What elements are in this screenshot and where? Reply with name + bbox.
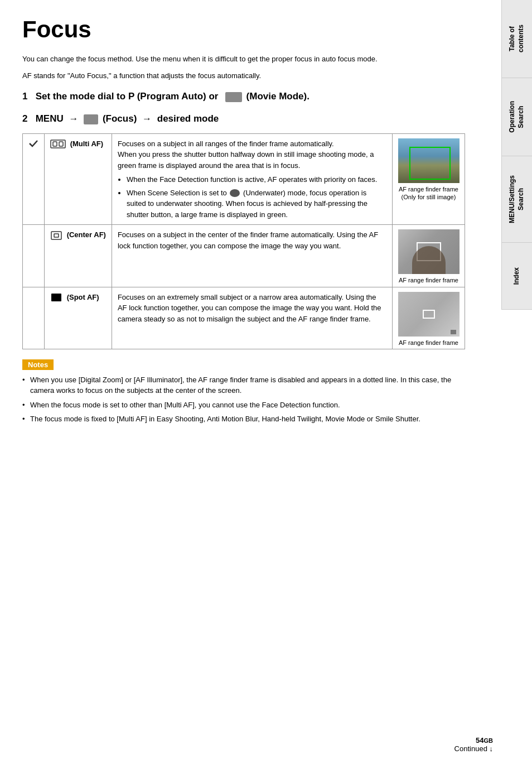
step1-heading: 1 Set the mode dial to P (Program Auto) …	[22, 90, 465, 103]
step2-number: 2	[22, 113, 27, 124]
sidebar-tab-operation[interactable]: OperationSearch	[501, 78, 532, 156]
spot-af-icon	[50, 292, 62, 303]
step2-arrow2: →	[142, 113, 152, 124]
step2-heading: 2 MENU → (Focus) → desired mode	[22, 112, 465, 126]
intro-line1: You can change the focus method. Use the…	[22, 54, 465, 65]
svg-rect-5	[51, 294, 61, 301]
table-row: (Spot AF) Focuses on an extremely small …	[23, 287, 465, 349]
multi-af-image	[398, 138, 460, 183]
checkmark-icon	[28, 138, 38, 148]
svg-rect-1	[53, 142, 57, 146]
multi-af-bullet1: When the Face Detection function is acti…	[127, 174, 386, 185]
step1-number: 1	[22, 91, 27, 102]
spot-af-image-cell: AF range finder frame	[393, 287, 465, 349]
page-footer: 54GB Continued ↓	[454, 736, 493, 753]
table-row: (Multi AF) Focuses on a subject in all r…	[23, 133, 465, 225]
operation-tab-label: OperationSearch	[504, 94, 530, 140]
page-number: 54GB	[476, 736, 493, 744]
svg-rect-4	[54, 234, 59, 237]
check-cell-center	[23, 225, 45, 287]
svg-rect-2	[59, 142, 63, 146]
continued-indicator: Continued ↓	[454, 744, 493, 753]
spot-af-label: (Spot AF)	[67, 293, 99, 301]
sidebar-tab-toc[interactable]: Table ofcontents	[501, 0, 532, 78]
page-title: Focus	[22, 17, 465, 42]
focus-table: (Multi AF) Focuses on a subject in all r…	[22, 133, 465, 349]
menu-tab-label: MENU/SettingsSearch	[504, 169, 530, 230]
check-cell-multi	[23, 133, 45, 225]
note-item-2: When the focus mode is set to other than…	[22, 400, 465, 411]
underwater-mode-icon	[230, 189, 240, 197]
multi-af-icon	[50, 138, 66, 150]
step2-arrow1: →	[69, 113, 78, 124]
center-af-image-cell: AF range finder frame	[393, 225, 465, 287]
main-content: Focus You can change the focus method. U…	[22, 0, 465, 462]
spot-af-image	[398, 292, 460, 337]
movie-mode-icon	[225, 92, 242, 102]
step2-focus-label: (Focus)	[103, 113, 137, 124]
sidebar-tab-menu[interactable]: MENU/SettingsSearch	[501, 156, 532, 243]
mode-icon-cell-spot: (Spot AF)	[45, 287, 112, 349]
notes-list: When you use [Digital Zoom] or [AF Illum…	[22, 374, 465, 425]
step2-menu: MENU	[36, 113, 64, 124]
step2-focus-icon	[84, 114, 98, 124]
intro-line2: AF stands for "Auto Focus," a function t…	[22, 70, 465, 81]
svg-rect-3	[51, 232, 61, 239]
table-row: (Center AF) Focuses on a subject in the …	[23, 225, 465, 287]
sidebar-right: Table ofcontents OperationSearch MENU/Se…	[501, 0, 532, 764]
center-af-label: (Center AF)	[67, 230, 106, 239]
multi-af-caption: AF range finder frame (Only for still im…	[396, 185, 461, 201]
multi-af-label: (Multi AF)	[70, 140, 103, 148]
center-af-caption: AF range finder frame	[396, 276, 461, 284]
sidebar-tab-index[interactable]: Index	[501, 243, 532, 310]
step2-desired-mode: desired mode	[157, 113, 219, 124]
toc-tab-label: Table ofcontents	[504, 18, 530, 59]
notes-section: Notes When you use [Digital Zoom] or [AF…	[22, 359, 465, 425]
step1-movie: (Movie Mode).	[246, 91, 309, 102]
mode-icon-cell-multi: (Multi AF)	[45, 133, 112, 225]
check-cell-spot	[23, 287, 45, 349]
multi-af-desc: Focuses on a subject in all ranges of th…	[112, 133, 392, 225]
center-af-image	[398, 229, 460, 274]
multi-af-image-cell: AF range finder frame (Only for still im…	[393, 133, 465, 225]
mode-icon-cell-center: (Center AF)	[45, 225, 112, 287]
notes-label: Notes	[22, 359, 54, 370]
note-item-3: The focus mode is fixed to [Multi AF] in…	[22, 414, 465, 425]
index-tab-label: Index	[508, 261, 526, 291]
spot-af-desc: Focuses on an extremely small subject or…	[112, 287, 392, 349]
center-af-desc: Focuses on a subject in the center of th…	[112, 225, 392, 287]
spot-af-caption: AF range finder frame	[396, 339, 461, 347]
multi-af-bullet2: When Scene Selection is set to (Underwat…	[127, 188, 386, 220]
center-af-icon	[50, 230, 62, 241]
note-item-1: When you use [Digital Zoom] or [AF Illum…	[22, 374, 465, 396]
step1-text: Set the mode dial to P (Program Auto) or	[36, 91, 221, 102]
